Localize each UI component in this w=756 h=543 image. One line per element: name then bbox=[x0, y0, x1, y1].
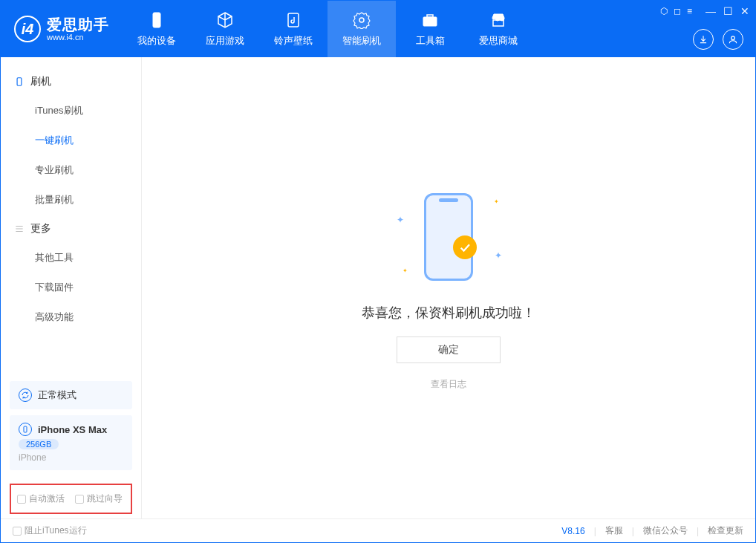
menu-icon[interactable]: ≡ bbox=[687, 6, 692, 16]
ok-button[interactable]: 确定 bbox=[397, 336, 501, 363]
success-illustration: ✦ ✦ ✦ ✦ bbox=[382, 185, 515, 289]
phone-small-icon bbox=[19, 423, 32, 436]
sidebar-item-oneclick-flash[interactable]: 一键刷机 bbox=[1, 126, 141, 155]
svg-rect-6 bbox=[17, 78, 22, 86]
highlighted-checks: 自动激活 跳过向导 bbox=[10, 484, 132, 514]
tab-label: 爱思商城 bbox=[479, 34, 518, 48]
sidebar-item-pro-flash[interactable]: 专业刷机 bbox=[1, 155, 141, 185]
minimize-button[interactable]: ― bbox=[706, 5, 716, 17]
version-label: V8.16 bbox=[561, 526, 584, 536]
svg-rect-1 bbox=[288, 13, 299, 27]
tab-label: 工具箱 bbox=[416, 34, 445, 48]
tab-smart-flash[interactable]: 智能刷机 bbox=[328, 1, 396, 57]
success-message: 恭喜您，保资料刷机成功啦！ bbox=[362, 304, 535, 322]
app-url: www.i4.cn bbox=[47, 33, 109, 42]
svg-rect-7 bbox=[24, 426, 27, 432]
tab-apps-games[interactable]: 应用游戏 bbox=[191, 1, 259, 57]
account-button[interactable] bbox=[723, 29, 743, 50]
main-content: ✦ ✦ ✦ ✦ 恭喜您，保资料刷机成功啦！ 确定 查看日志 bbox=[142, 57, 755, 518]
status-link-update[interactable]: 检查更新 bbox=[708, 524, 743, 537]
check-auto-activate[interactable]: 自动激活 bbox=[17, 492, 65, 505]
device-panel[interactable]: iPhone XS Max 256GB iPhone bbox=[10, 415, 132, 470]
sidebar: 刷机 iTunes刷机 一键刷机 专业刷机 批量刷机 更多 其他工具 下载固件 … bbox=[1, 57, 142, 518]
svg-point-5 bbox=[731, 36, 735, 40]
tab-ringtones[interactable]: 铃声壁纸 bbox=[259, 1, 328, 57]
view-log-link[interactable]: 查看日志 bbox=[431, 378, 466, 391]
device-type: iPhone bbox=[19, 452, 46, 463]
tshirt-icon[interactable]: ⬡ bbox=[660, 6, 668, 16]
app-logo: i4 爱思助手 www.i4.cn bbox=[1, 16, 123, 42]
tab-label: 铃声壁纸 bbox=[274, 34, 313, 48]
sidebar-item-download-firmware[interactable]: 下载固件 bbox=[1, 273, 141, 302]
titlebar: i4 爱思助手 www.i4.cn 我的设备 应用游戏 铃声壁纸 智能刷机 bbox=[1, 1, 755, 57]
tab-toolbox[interactable]: 工具箱 bbox=[396, 1, 464, 57]
download-manager-button[interactable] bbox=[693, 29, 714, 50]
sidebar-section-more: 更多 bbox=[1, 215, 141, 243]
feedback-icon[interactable]: ◻ bbox=[674, 6, 681, 16]
mode-panel[interactable]: 正常模式 bbox=[10, 381, 132, 409]
device-icon bbox=[14, 77, 25, 87]
sidebar-item-itunes-flash[interactable]: iTunes刷机 bbox=[1, 96, 141, 126]
status-link-wechat[interactable]: 微信公众号 bbox=[643, 524, 688, 537]
music-file-icon bbox=[284, 10, 303, 30]
sidebar-item-batch-flash[interactable]: 批量刷机 bbox=[1, 185, 141, 215]
sidebar-section-flash: 刷机 bbox=[1, 68, 141, 96]
check-skip-guide[interactable]: 跳过向导 bbox=[75, 492, 123, 505]
svg-rect-3 bbox=[427, 15, 433, 17]
app-window: i4 爱思助手 www.i4.cn 我的设备 应用游戏 铃声壁纸 智能刷机 bbox=[0, 0, 756, 543]
svg-rect-0 bbox=[153, 13, 160, 27]
sidebar-item-advanced[interactable]: 高级功能 bbox=[1, 302, 141, 332]
refresh-badge-icon bbox=[352, 10, 371, 30]
tab-label: 应用游戏 bbox=[206, 34, 244, 48]
toolbox-icon bbox=[420, 10, 440, 30]
status-link-support[interactable]: 客服 bbox=[605, 524, 623, 537]
mode-label: 正常模式 bbox=[38, 388, 76, 402]
logo-icon: i4 bbox=[14, 16, 41, 42]
maximize-button[interactable]: ☐ bbox=[723, 5, 733, 17]
list-icon bbox=[14, 224, 25, 234]
svg-rect-2 bbox=[423, 17, 437, 26]
check-block-itunes[interactable]: 阻止iTunes运行 bbox=[13, 524, 87, 537]
success-check-icon bbox=[453, 235, 477, 259]
app-name: 爱思助手 bbox=[47, 16, 109, 33]
tab-label: 我的设备 bbox=[137, 34, 176, 48]
sync-icon bbox=[19, 388, 32, 402]
window-controls: ⬡ ◻ ≡ ― ☐ ✕ bbox=[660, 5, 749, 17]
main-tabs: 我的设备 应用游戏 铃声壁纸 智能刷机 工具箱 爱思商城 bbox=[123, 1, 532, 57]
cube-icon bbox=[215, 10, 235, 30]
tab-my-device[interactable]: 我的设备 bbox=[123, 1, 191, 57]
close-button[interactable]: ✕ bbox=[740, 5, 749, 17]
phone-icon bbox=[147, 10, 166, 30]
tab-store[interactable]: 爱思商城 bbox=[464, 1, 532, 57]
tab-label: 智能刷机 bbox=[342, 34, 381, 48]
storage-badge: 256GB bbox=[19, 439, 59, 449]
statusbar: 阻止iTunes运行 V8.16 | 客服 | 微信公众号 | 检查更新 bbox=[1, 518, 755, 542]
sidebar-item-other-tools[interactable]: 其他工具 bbox=[1, 243, 141, 273]
store-icon bbox=[489, 10, 508, 30]
device-name: iPhone XS Max bbox=[38, 424, 107, 435]
